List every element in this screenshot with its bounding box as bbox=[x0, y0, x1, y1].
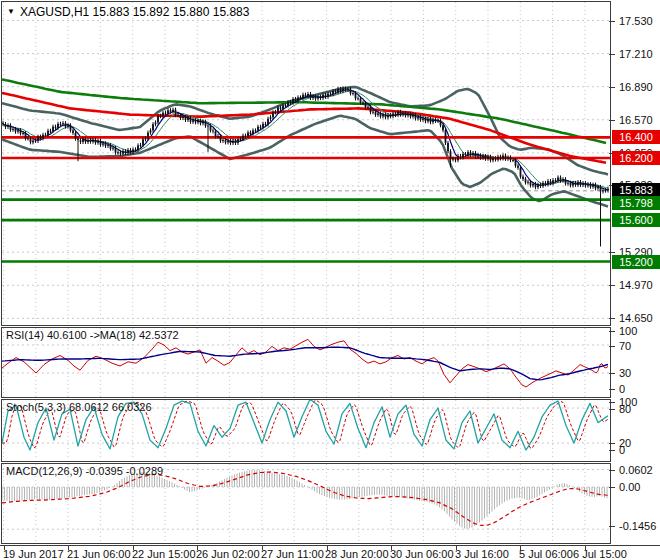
axis-tick bbox=[609, 526, 615, 527]
chart-title[interactable]: ▼XAGUSD,H1 15.883 15.892 15.880 15.883 bbox=[7, 5, 249, 19]
rsi-scale-label: 0 bbox=[619, 383, 625, 395]
axis-tick bbox=[609, 409, 615, 410]
axis-tick bbox=[609, 450, 615, 451]
macd-scale-label: 0.00 bbox=[619, 481, 640, 493]
rsi-scale-label: 30 bbox=[619, 367, 631, 379]
macd-scale-label: -0.1456 bbox=[619, 520, 656, 532]
date-label: 3 Jul 16:00 bbox=[455, 548, 509, 560]
price-level-badge: 15.600 bbox=[612, 213, 660, 227]
axis-tick bbox=[609, 285, 615, 286]
chart-title-text: XAGUSD,H1 15.883 15.892 15.880 15.883 bbox=[20, 5, 250, 19]
rsi-title: RSI(14) 40.6100 ->MA(18) 42.5372 bbox=[6, 329, 179, 341]
time-axis[interactable]: 19 Jun 201721 Jun 06:0022 Jun 15:0026 Ju… bbox=[0, 545, 660, 560]
chart-window: ▼XAGUSD,H1 15.883 15.892 15.880 15.883 R… bbox=[0, 0, 660, 560]
price-label: 16.570 bbox=[619, 114, 653, 126]
stochastic-panel[interactable]: Stoch(5,3,3) 68.0612 66.0326 bbox=[1, 399, 611, 462]
price-label: 16.890 bbox=[619, 81, 653, 93]
stochastic-title: Stoch(5,3,3) 68.0612 66.0326 bbox=[6, 401, 152, 413]
date-label: 27 Jun 11:00 bbox=[261, 548, 324, 560]
date-label: 26 Jun 02:00 bbox=[196, 548, 260, 560]
price-label: 14.970 bbox=[619, 279, 653, 291]
axis-tick bbox=[609, 470, 615, 471]
stoch-scale-label: 0 bbox=[619, 444, 625, 456]
axis-tick bbox=[609, 402, 615, 403]
price-level-badge: 15.798 bbox=[612, 196, 660, 210]
macd-title: MACD(12,26,9) -0.0395 -0.0289 bbox=[6, 465, 163, 477]
price-level-badge: 15.200 bbox=[612, 255, 660, 269]
macd-scale-label: 0.0602 bbox=[619, 464, 653, 476]
rsi-scale-label: 70 bbox=[619, 340, 631, 352]
price-level-badge: 16.200 bbox=[612, 151, 660, 165]
macd-panel[interactable]: MACD(12,26,9) -0.0395 -0.0289 bbox=[1, 463, 611, 544]
price-level-badge: 16.400 bbox=[612, 130, 660, 144]
main-chart-canvas[interactable] bbox=[2, 2, 610, 325]
price-level-badge: 15.883 bbox=[612, 183, 660, 197]
date-label: 28 Jun 20:00 bbox=[325, 548, 389, 560]
axis-tick bbox=[609, 487, 615, 488]
date-label: 22 Jun 15:00 bbox=[132, 548, 196, 560]
axis-tick bbox=[609, 318, 615, 319]
stoch-scale-label: 80 bbox=[619, 403, 631, 415]
axis-tick bbox=[609, 120, 615, 121]
date-label: 19 Jun 2017 bbox=[3, 548, 64, 560]
axis-tick bbox=[609, 87, 615, 88]
rsi-scale-label: 100 bbox=[619, 325, 637, 337]
axis-tick bbox=[609, 346, 615, 347]
axis-tick bbox=[609, 389, 615, 390]
date-label: 6 Jul 15:00 bbox=[573, 548, 627, 560]
date-label: 21 Jun 06:00 bbox=[67, 548, 131, 560]
price-axis[interactable]: 17.53017.21016.89016.57016.25015.93015.2… bbox=[612, 0, 660, 545]
date-label: 5 Jul 06:00 bbox=[519, 548, 573, 560]
axis-tick bbox=[609, 21, 615, 22]
axis-tick bbox=[609, 54, 615, 55]
axis-tick bbox=[609, 331, 615, 332]
axis-tick bbox=[609, 373, 615, 374]
main-chart-panel[interactable]: ▼XAGUSD,H1 15.883 15.892 15.880 15.883 bbox=[1, 1, 611, 326]
axis-tick bbox=[609, 443, 615, 444]
axis-tick bbox=[609, 252, 615, 253]
rsi-panel[interactable]: RSI(14) 40.6100 ->MA(18) 42.5372 bbox=[1, 327, 611, 398]
price-label: 17.210 bbox=[619, 48, 653, 60]
date-label: 30 Jun 06:00 bbox=[390, 548, 454, 560]
price-label: 17.530 bbox=[619, 15, 653, 27]
symbol-dropdown-icon[interactable]: ▼ bbox=[7, 7, 15, 16]
price-label: 14.650 bbox=[619, 312, 653, 324]
